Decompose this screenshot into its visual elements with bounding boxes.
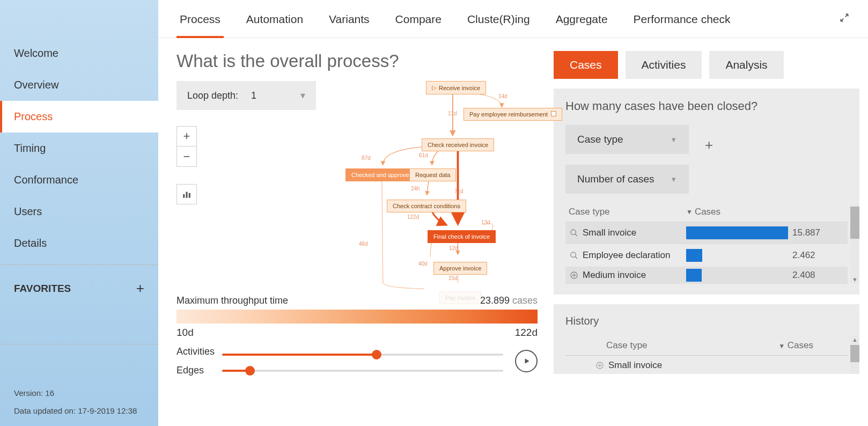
row-value: 2.408 <box>788 270 815 281</box>
activities-slider-label: Activities <box>176 346 215 357</box>
dropdown-case-type[interactable]: Case type ▼ <box>565 125 689 154</box>
nav-item-timing[interactable]: Timing <box>0 133 158 164</box>
edge-label: 14d <box>498 93 507 99</box>
edges-slider[interactable] <box>222 365 503 375</box>
play-button[interactable] <box>515 350 538 372</box>
nav-item-users[interactable]: Users <box>0 196 158 227</box>
magnify-icon <box>565 229 583 237</box>
tab-performance[interactable]: Performance check <box>621 0 744 38</box>
svg-rect-0 <box>183 194 185 198</box>
row-value: 2.462 <box>788 250 815 261</box>
panel-cases-title: How many cases have been closed? <box>565 99 848 113</box>
node-checked-approved[interactable]: Checked and approved <box>345 168 418 181</box>
pill-analysis[interactable]: Analysis <box>709 51 783 79</box>
loop-depth-label: Loop depth: <box>187 90 238 101</box>
add-filter-icon[interactable]: + <box>705 137 713 153</box>
node-request-data[interactable]: Request data <box>409 168 456 181</box>
throughput-gradient <box>176 310 538 324</box>
edge-label: 61d <box>419 152 428 158</box>
nav-item-conformance[interactable]: Conformance <box>0 164 158 196</box>
history-col-cases[interactable]: ▼ Cases <box>778 340 813 351</box>
tab-clustering[interactable]: Cluste(R)ing <box>454 0 543 38</box>
caret-down-icon: ▾ <box>300 90 305 101</box>
throughput-label: Maximum throughput time <box>176 295 288 306</box>
tab-aggregate[interactable]: Aggregate <box>543 0 621 38</box>
row-label: Employee declaration <box>583 250 686 261</box>
table-row[interactable]: Medium invoice 2.408 <box>565 267 848 284</box>
add-favorite-icon[interactable]: + <box>136 280 144 297</box>
version-label: Version: 16 <box>14 388 144 398</box>
favorites-label: FAVORITES <box>14 283 71 295</box>
edge-label: 24h <box>411 186 420 192</box>
edge-label: 71d <box>454 188 464 194</box>
cases-label: cases <box>512 295 538 306</box>
process-diagram[interactable]: ▷Receive invoice Pay employee reimbursem… <box>321 81 538 293</box>
table-row[interactable]: Employee declaration 2.462 <box>565 244 848 267</box>
pill-activities[interactable]: Activities <box>626 51 702 79</box>
pill-cases[interactable]: Cases <box>554 51 618 79</box>
row-label: Medium invoice <box>583 270 686 281</box>
nav-item-details[interactable]: Details <box>0 227 158 259</box>
scrollbar[interactable]: ▲ <box>850 335 859 374</box>
main: Process Automation Variants Compare Clus… <box>158 0 868 426</box>
nav-item-overview[interactable]: Overview <box>0 69 158 101</box>
tab-process[interactable]: Process <box>167 0 233 38</box>
activities-slider[interactable] <box>222 349 503 359</box>
edges-slider-label: Edges <box>176 365 215 376</box>
edge-label: 12d <box>449 245 458 251</box>
edge-label: 122d <box>407 214 419 220</box>
tab-bar: Process Automation Variants Compare Clus… <box>158 0 868 38</box>
panel-cases: How many cases have been closed? Case ty… <box>554 89 859 295</box>
node-final-check[interactable]: Final check of invoice <box>428 230 496 243</box>
edge-label: 46d <box>359 241 368 247</box>
data-updated-label: Data updated on: 17-9-2019 12:38 <box>14 406 144 415</box>
nav-section: Welcome Overview Process Timing Conforma… <box>0 38 158 259</box>
zoom-in-button[interactable]: + <box>176 126 197 146</box>
panel-history: History Case type ▼ Cases Small invoice … <box>554 304 859 374</box>
zoom-out-button[interactable]: − <box>176 146 197 167</box>
nav-item-welcome[interactable]: Welcome <box>0 38 158 69</box>
magnify-icon <box>565 251 583 260</box>
plus-circle-icon <box>565 271 583 280</box>
sort-desc-icon: ▼ <box>778 342 785 350</box>
node-receive-invoice[interactable]: ▷Receive invoice <box>426 81 486 94</box>
dropdown-number-cases[interactable]: Number of cases ▼ <box>565 165 689 194</box>
loop-depth-value: 1 <box>251 90 256 101</box>
chart-view-button[interactable] <box>176 184 197 204</box>
sidebar: Welcome Overview Process Timing Conforma… <box>0 0 158 426</box>
svg-point-4 <box>571 252 576 257</box>
cases-table: Case type ▼Cases Small invoice 15.887 Em… <box>565 204 848 284</box>
tab-compare[interactable]: Compare <box>382 0 454 38</box>
nav-item-process[interactable]: Process <box>0 101 158 133</box>
edge-label: 11d <box>448 111 457 116</box>
node-pay-reimbursement[interactable]: Pay employee reimbursement <box>464 108 562 121</box>
tab-variants[interactable]: Variants <box>316 0 382 38</box>
node-check-contract[interactable]: Check contract conditions <box>387 200 466 212</box>
scroll-down-icon[interactable]: ▼ <box>850 275 859 284</box>
svg-rect-2 <box>189 193 190 198</box>
scrollbar[interactable]: ▼ <box>850 204 859 284</box>
node-pay-invoice[interactable]: Pay invoice <box>439 291 481 304</box>
history-col-case-type[interactable]: Case type <box>606 340 648 351</box>
edge-label: 15d <box>448 275 458 281</box>
col-cases[interactable]: ▼Cases <box>686 207 720 217</box>
cases-count: 23.899 <box>480 295 510 306</box>
node-approve-invoice[interactable]: Approve invoice <box>433 262 487 275</box>
row-value: 15.887 <box>788 227 820 238</box>
throughput-min: 10d <box>176 327 194 339</box>
scroll-up-icon[interactable]: ▲ <box>850 335 859 344</box>
col-case-type[interactable]: Case type <box>565 207 686 217</box>
caret-down-icon: ▼ <box>670 136 677 144</box>
edge-label: 13d <box>481 219 490 225</box>
svg-point-3 <box>571 230 576 234</box>
tab-automation[interactable]: Automation <box>233 0 316 38</box>
expand-icon[interactable] <box>835 8 854 30</box>
sort-desc-icon: ▼ <box>686 208 693 216</box>
history-row[interactable]: Small invoice <box>565 356 848 371</box>
throughput-max: 122d <box>515 327 538 339</box>
caret-down-icon: ▼ <box>670 175 677 183</box>
table-row[interactable]: Small invoice 15.887 <box>565 222 848 244</box>
edge-label: 40d <box>418 261 428 267</box>
node-check-received[interactable]: Check received invoice <box>422 138 494 151</box>
loop-depth-select[interactable]: Loop depth: 1 ▾ <box>176 81 316 110</box>
